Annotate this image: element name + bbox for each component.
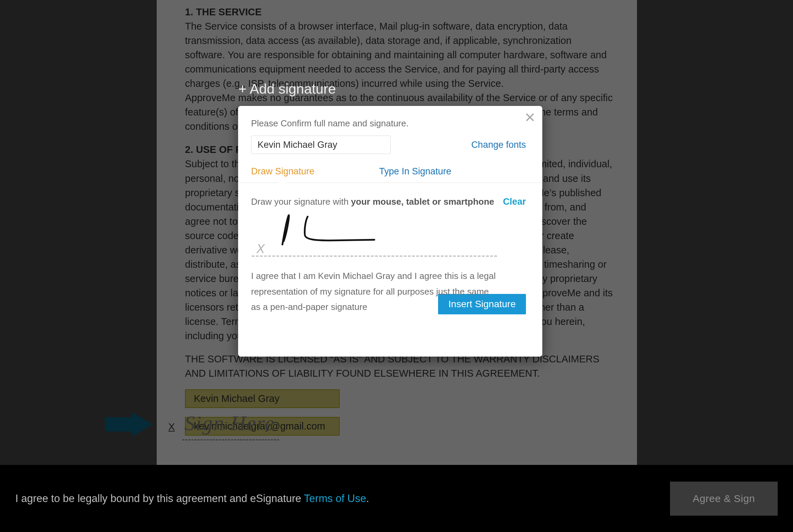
close-icon[interactable]: ✕ (523, 112, 537, 126)
agree-and-sign-button[interactable]: Agree & Sign (670, 482, 778, 516)
signature-stroke-icon (272, 210, 425, 251)
draw-instruction: Draw your signature with your mouse, tab… (251, 197, 494, 207)
tab-type-signature[interactable]: Type In Signature (379, 166, 451, 177)
confirm-label: Please Confirm full name and signature. (251, 118, 526, 129)
canvas-x: X (256, 242, 265, 256)
legal-text: I agree to be legally bound by this agre… (15, 492, 369, 505)
full-name-input[interactable] (251, 136, 391, 154)
change-fonts-link[interactable]: Change fonts (471, 140, 526, 150)
add-signature-modal: ✕ Please Confirm full name and signature… (238, 106, 542, 357)
footer-bar: I agree to be legally bound by this agre… (0, 465, 793, 532)
modal-title: + Add signature (238, 81, 336, 97)
signature-canvas[interactable]: X (252, 213, 497, 257)
terms-of-use-link[interactable]: Terms of Use (304, 492, 366, 504)
clear-signature-link[interactable]: Clear (503, 197, 526, 207)
tab-draw-signature[interactable]: Draw Signature (251, 166, 314, 177)
